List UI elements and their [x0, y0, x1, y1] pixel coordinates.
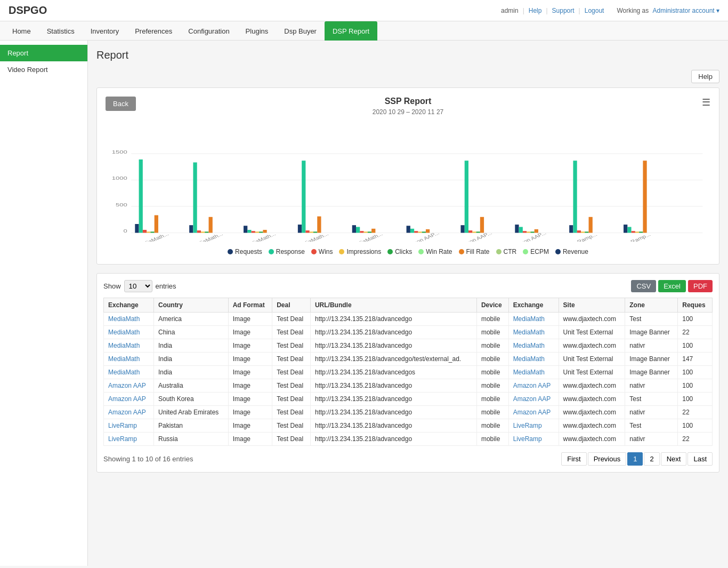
- svg-rect-41: [418, 231, 422, 233]
- table-row: MediaMathIndiaImageTest Dealhttp://13.23…: [104, 339, 713, 353]
- exchange-link[interactable]: MediaMath: [108, 315, 140, 323]
- exchange-link[interactable]: MediaMath: [513, 355, 545, 363]
- page-2-button[interactable]: 2: [644, 452, 659, 466]
- svg-rect-57: [573, 161, 577, 233]
- table-controls: Show 10 25 50 100 entries CSV Excel PDF: [103, 280, 713, 292]
- chart-section: Back ☰ SSP Report 2020 10 29 – 2020 11 2…: [96, 87, 719, 265]
- tab-configuration[interactable]: Configuration: [180, 21, 237, 41]
- tab-dsp-report[interactable]: DSP Report: [325, 21, 377, 41]
- svg-rect-28: [305, 230, 309, 233]
- exchange-link[interactable]: LiveRamp: [513, 435, 542, 443]
- tab-dsp-buyer[interactable]: Dsp Buyer: [276, 21, 325, 41]
- pdf-button[interactable]: PDF: [688, 280, 713, 292]
- table-header: Exchange Country Ad Format Deal URL/Bund…: [104, 298, 713, 313]
- top-right: admin | Help | Support | Logout Working …: [501, 7, 719, 14]
- help-link[interactable]: Help: [529, 7, 542, 14]
- svg-rect-26: [298, 225, 302, 233]
- exchange-link[interactable]: LiveRamp: [108, 422, 137, 429]
- chart-area: 0 500 1000 1500: [106, 124, 710, 242]
- tab-home[interactable]: Home: [4, 21, 39, 41]
- svg-rect-44: [460, 225, 464, 233]
- svg-text:1000: 1000: [112, 175, 127, 181]
- page-title: Report: [96, 49, 719, 61]
- svg-rect-24: [259, 231, 263, 233]
- exchange-link[interactable]: Amazon AAP: [513, 395, 551, 403]
- exchange-link[interactable]: MediaMath: [513, 342, 545, 349]
- account-link[interactable]: Administrator account ▾: [653, 7, 719, 14]
- pagination-info: Showing 1 to 10 of 16 entries: [103, 455, 193, 463]
- col-url-bundle: URL/Bundle: [310, 298, 476, 313]
- table-row: MediaMathChinaImageTest Dealhttp://13.23…: [104, 326, 713, 339]
- tab-inventory[interactable]: Inventory: [83, 21, 127, 41]
- impressions-dot: [339, 249, 344, 254]
- svg-rect-11: [147, 231, 150, 233]
- hamburger-icon[interactable]: ☰: [702, 97, 710, 108]
- table-row: MediaMathIndiaImageTest Dealhttp://13.23…: [104, 366, 713, 379]
- excel-button[interactable]: Excel: [658, 280, 686, 292]
- exchange-link[interactable]: Amazon AAP: [108, 409, 146, 416]
- svg-rect-34: [360, 231, 363, 233]
- page-1-button[interactable]: 1: [627, 452, 643, 466]
- svg-rect-63: [627, 227, 631, 233]
- exchange-link[interactable]: MediaMath: [108, 355, 140, 363]
- legend-wins: Wins: [311, 248, 333, 255]
- exchange-link[interactable]: MediaMath: [108, 342, 140, 349]
- exchange-link[interactable]: LiveRamp: [513, 422, 542, 429]
- svg-text:0: 0: [123, 228, 127, 234]
- table-body: MediaMathAmericaImageTest Dealhttp://13.…: [104, 313, 713, 446]
- svg-rect-8: [135, 224, 139, 233]
- svg-rect-47: [472, 231, 476, 233]
- previous-page-button[interactable]: Previous: [588, 452, 627, 466]
- table-row: Amazon AAPSouth KoreaImageTest Dealhttp:…: [104, 393, 713, 406]
- svg-rect-21: [247, 230, 251, 233]
- sidebar-item-report[interactable]: Report: [0, 45, 87, 61]
- table-row: Amazon AAPAustraliaImageTest Dealhttp://…: [104, 379, 713, 393]
- help-button[interactable]: Help: [691, 70, 719, 83]
- show-label: Show: [103, 282, 121, 290]
- last-page-button[interactable]: Last: [687, 452, 713, 466]
- table-row: LiveRampRussiaImageTest Dealhttp://13.23…: [104, 433, 713, 446]
- sidebar-item-video-report[interactable]: Video Report: [0, 61, 87, 78]
- legend-response: Response: [269, 248, 305, 255]
- svg-rect-65: [635, 231, 639, 233]
- col-country: Country: [153, 298, 228, 313]
- tab-statistics[interactable]: Statistics: [39, 21, 83, 41]
- tab-preferences[interactable]: Preferences: [127, 21, 180, 41]
- legend-fill-rate: Fill Rate: [459, 248, 490, 255]
- ctr-dot: [496, 249, 501, 254]
- back-button[interactable]: Back: [106, 97, 136, 111]
- pagination-row: Showing 1 to 10 of 16 entries First Prev…: [103, 452, 713, 466]
- exchange-link[interactable]: MediaMath: [513, 315, 545, 323]
- exchange-link[interactable]: MediaMath: [108, 369, 140, 376]
- working-as-label: Working as Administrator account ▾: [617, 7, 719, 14]
- support-link[interactable]: Support: [552, 7, 575, 14]
- exchange-link[interactable]: LiveRamp: [108, 435, 137, 443]
- svg-rect-48: [476, 231, 480, 233]
- exchange-link[interactable]: MediaMath: [108, 329, 140, 336]
- legend-win-rate: Win Rate: [418, 248, 452, 255]
- exchange-link[interactable]: MediaMath: [513, 369, 545, 376]
- svg-rect-51: [519, 227, 523, 233]
- svg-rect-55: [535, 229, 538, 233]
- svg-rect-49: [480, 217, 484, 233]
- first-page-button[interactable]: First: [561, 452, 586, 466]
- entries-select[interactable]: 10 25 50 100: [124, 280, 152, 292]
- tab-plugins[interactable]: Plugins: [238, 21, 277, 41]
- svg-rect-35: [364, 231, 368, 233]
- pagination-buttons: First Previous 1 2 Next Last: [561, 452, 713, 466]
- svg-rect-20: [244, 226, 247, 233]
- svg-rect-32: [352, 225, 356, 233]
- svg-rect-15: [193, 163, 197, 233]
- csv-button[interactable]: CSV: [631, 280, 656, 292]
- exchange-link[interactable]: Amazon AAP: [108, 395, 146, 403]
- col-zone: Zone: [625, 298, 678, 313]
- table-row: Amazon AAPUnited Arab EmiratesImageTest …: [104, 406, 713, 419]
- logout-link[interactable]: Logout: [585, 7, 604, 14]
- svg-rect-37: [371, 229, 375, 233]
- exchange-link[interactable]: MediaMath: [513, 329, 545, 336]
- exchange-link[interactable]: Amazon AAP: [513, 409, 551, 416]
- exchange-link[interactable]: Amazon AAP: [513, 382, 551, 389]
- exchange-link[interactable]: Amazon AAP: [108, 382, 146, 389]
- next-page-button[interactable]: Next: [661, 452, 687, 466]
- svg-rect-53: [527, 231, 530, 233]
